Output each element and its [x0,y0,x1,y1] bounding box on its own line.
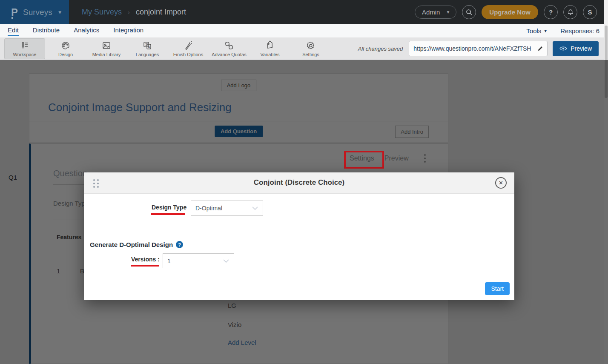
tab-edit[interactable]: Edit [8,26,19,36]
settings-highlight-annotation [344,151,384,169]
chevron-down-icon [252,206,258,210]
languages-icon: 文A [142,40,152,51]
admin-label: Admin [422,9,440,16]
bell-icon [567,9,574,16]
breadcrumb-my-surveys[interactable]: My Surveys [82,8,122,17]
tools-dropdown[interactable]: Tools▼ [526,27,548,34]
design-type-select[interactable]: D-Optimal [191,201,263,216]
preview-button[interactable]: Preview [553,41,599,56]
section-nav: Edit Distribute Analytics Integration To… [0,24,608,37]
survey-toolbar: Workspace Design Media Library 文A Langua… [0,37,608,60]
design-palette-icon [60,40,71,51]
versions-value: 1 [167,258,171,264]
upgrade-now-button[interactable]: Upgrade Now [482,5,538,19]
eye-icon [559,46,567,51]
survey-url-input[interactable] [413,45,537,52]
preview-button-label: Preview [571,45,592,52]
variables-icon [265,40,275,51]
modal-header: Conjoint (Discrete Choice) ✕ [84,172,514,194]
admin-dropdown[interactable]: Admin ▼ [415,6,456,19]
design-type-label: Design Type [152,204,186,211]
tab-analytics[interactable]: Analytics [74,26,99,36]
product-name: Surveys [23,8,52,17]
toolbar-item-variables[interactable]: Variables [250,38,290,59]
help-icon[interactable]: ? [176,241,183,248]
advance-quotas-icon [224,40,234,51]
toolbar-item-settings[interactable]: Settings [290,38,331,59]
avatar[interactable]: S [583,5,597,19]
workspace-icon [20,40,30,51]
versions-underline-annotation [131,265,159,267]
toolbar-item-languages[interactable]: 文A Languages [127,38,168,59]
autosave-status: All changes saved [358,46,403,52]
breadcrumb-current: conjoint Import [136,8,186,17]
conjoint-settings-modal: Conjoint (Discrete Choice) ✕ Design Type… [84,172,514,300]
toolbar-item-label: Languages [136,52,159,57]
toolbar-item-finish-options[interactable]: Finish Options [168,38,209,59]
survey-url-box [409,41,548,56]
search-button[interactable] [462,5,476,19]
generate-design-heading: Generate D-Optimal Design ? [90,241,183,248]
toolbar-item-label: Variables [260,52,279,57]
toolbar-item-label: Advance Quotas [212,52,246,57]
search-icon [466,9,473,16]
questionpro-logo-icon: P [11,7,18,17]
tab-integration[interactable]: Integration [113,26,143,36]
settings-gear-icon [306,40,316,51]
svg-text:A: A [148,45,150,48]
toolbar-item-workspace[interactable]: Workspace [4,38,45,59]
chevron-down-icon: ▼ [57,9,63,15]
caret-down-icon: ▼ [543,29,548,33]
toolbar-item-label: Media Library [92,52,121,57]
start-button[interactable]: Start [485,282,510,295]
toolbar-item-design[interactable]: Design [45,38,86,59]
surveys-product-menu[interactable]: P Surveys ▼ [0,0,69,24]
toolbar-item-media-library[interactable]: Media Library [86,38,127,59]
top-bar: P Surveys ▼ My Surveys › conjoint Import… [0,0,608,24]
edit-pencil-icon[interactable] [537,45,544,52]
responses-count[interactable]: Responses: 6 [560,27,599,34]
modal-title: Conjoint (Discrete Choice) [84,178,514,187]
notifications-button[interactable] [563,5,577,19]
breadcrumb-separator-icon: › [128,9,130,16]
toolbar-item-label: Workspace [13,52,37,57]
toolbar-item-label: Finish Options [173,52,203,57]
modal-footer-divider [84,277,514,277]
design-type-value: D-Optimal [195,205,222,212]
media-library-icon [101,40,112,51]
design-type-underline-annotation [151,213,185,215]
finish-options-icon [183,40,193,51]
tools-label: Tools [526,27,541,34]
generate-design-heading-text: Generate D-Optimal Design [90,241,173,248]
toolbar-item-advance-quotas[interactable]: Advance Quotas [209,38,250,59]
help-button[interactable]: ? [544,5,558,19]
versions-label: Versions : [131,256,160,263]
toolbar-item-label: Design [58,52,73,57]
chevron-down-icon [223,259,229,263]
tab-distribute[interactable]: Distribute [33,26,60,36]
toolbar-item-label: Settings [302,52,319,57]
chevron-down-icon: ▼ [446,10,450,14]
modal-close-button[interactable]: ✕ [495,177,507,189]
versions-select[interactable]: 1 [163,253,234,268]
breadcrumb: My Surveys › conjoint Import [82,8,186,17]
